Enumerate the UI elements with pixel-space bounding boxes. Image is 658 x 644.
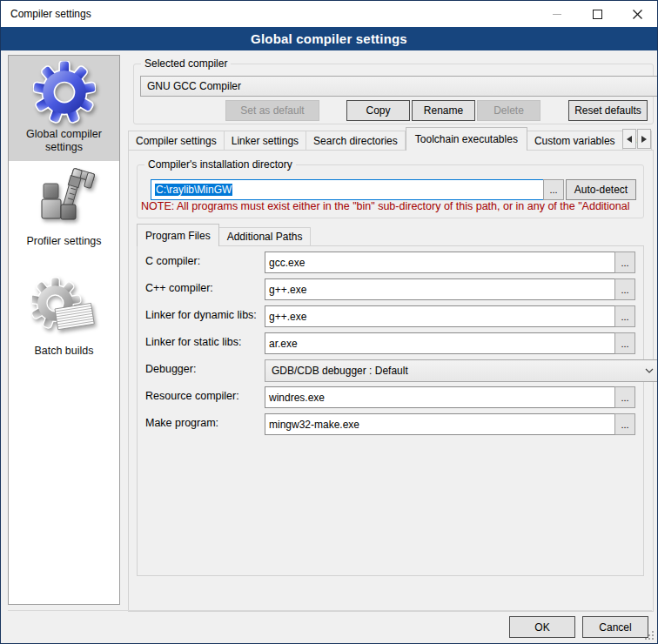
linker-static-browse-button[interactable]: ... [614,332,635,354]
settings-tabstrip: Compiler settings Linker settings Search… [128,127,652,151]
tab-program-files[interactable]: Program Files [137,224,219,246]
installation-directory-legend: Compiler's installation directory [144,158,296,171]
linker-static-input[interactable]: ar.exe [265,332,619,354]
delete-button[interactable]: Delete [477,100,540,121]
copy-button[interactable]: Copy [346,100,410,121]
sidebar-item-label: Profiler settings [21,235,108,248]
triangle-right-icon [641,136,647,143]
tab-scroll-arrows [622,129,651,149]
sidebar-item-label: Global compiler settings [21,128,108,154]
selected-compiler-legend: Selected compiler [141,57,231,70]
linker-dynamic-label: Linker for dynamic libs: [145,309,257,321]
window-title: Compiler settings [10,8,91,20]
page-title: Global compiler settings [251,31,407,46]
gear-blue-icon [33,61,96,124]
debugger-value: GDB/CDB debugger : Default [272,365,408,377]
linker-dynamic-input[interactable]: g++.exe [265,305,619,327]
chevron-down-icon [645,368,654,373]
tab-toolchain-executables[interactable]: Toolchain executables [406,127,527,151]
cpp-compiler-browse-button[interactable]: ... [614,278,635,300]
linker-dynamic-browse-button[interactable]: ... [614,305,635,327]
caliper-icon [32,166,97,231]
sidebar-item-label: Batch builds [21,345,108,358]
tab-compiler-settings[interactable]: Compiler settings [128,131,225,151]
ok-button[interactable]: OK [509,616,575,638]
sidebar-item-global-compiler-settings[interactable]: Global compiler settings [9,56,119,161]
resize-grip[interactable] [645,631,655,641]
gear-stack-icon [32,276,97,340]
tab-custom-variables[interactable]: Custom variables [527,131,623,151]
tab-search-directories[interactable]: Search directories [306,131,406,151]
compiler-settings-dialog: Compiler settings Global compiler settin… [0,0,658,644]
cancel-button[interactable]: Cancel [582,616,648,638]
set-as-default-button[interactable]: Set as default [225,100,319,121]
tab-linker-settings[interactable]: Linker settings [225,131,306,151]
cpp-compiler-input[interactable]: g++.exe [265,278,619,300]
tab-scroll-left-button[interactable] [622,129,636,149]
installation-directory-value: C:\raylib\MinGW [155,184,232,196]
maximize-icon [593,10,602,19]
make-program-input[interactable]: mingw32-make.exe [265,413,619,435]
installation-directory-browse-button[interactable]: ... [543,179,564,200]
minimize-button[interactable] [537,1,577,27]
sidebar-item-profiler-settings[interactable]: Profiler settings [9,161,119,267]
resource-compiler-label: Resource compiler: [145,390,239,402]
resource-compiler-browse-button[interactable]: ... [614,386,635,408]
dialog-header: Global compiler settings [1,27,657,50]
sidebar-item-batch-builds[interactable]: Batch builds [9,267,119,380]
triangle-left-icon [627,136,632,143]
reset-defaults-button[interactable]: Reset defaults [568,100,648,121]
linker-static-label: Linker for static libs: [145,336,241,348]
selected-compiler-value: GNU GCC Compiler [147,80,241,92]
rename-button[interactable]: Rename [412,100,475,121]
resource-compiler-input[interactable]: windres.exe [265,386,619,408]
debugger-label: Debugger: [145,363,196,375]
auto-detect-button[interactable]: Auto-detect [566,179,636,200]
c-compiler-label: C compiler: [145,255,200,267]
minimize-icon [553,14,561,15]
make-program-browse-button[interactable]: ... [614,413,635,435]
cpp-compiler-label: C++ compiler: [145,282,213,294]
program-files-tabstrip: Program Files Additional Paths [137,223,311,246]
make-program-label: Make program: [145,417,218,429]
c-compiler-browse-button[interactable]: ... [614,252,635,273]
installation-directory-input[interactable]: C:\raylib\MinGW [151,179,547,200]
c-compiler-input[interactable]: gcc.exe [265,252,619,273]
titlebar: Compiler settings [1,1,657,27]
debugger-combobox[interactable]: GDB/CDB debugger : Default [265,359,658,382]
caption-buttons [537,1,657,27]
selected-compiler-combobox[interactable]: GNU GCC Compiler [140,76,658,97]
maximize-button[interactable] [577,1,617,27]
tab-additional-paths[interactable]: Additional Paths [219,227,312,246]
settings-category-list: Global compiler settings [8,55,120,605]
tab-scroll-right-button[interactable] [637,129,651,149]
installation-directory-note: NOTE: All programs must exist either in … [141,200,642,212]
close-button[interactable] [617,1,657,27]
close-icon [633,10,642,19]
footer-divider [8,610,652,611]
